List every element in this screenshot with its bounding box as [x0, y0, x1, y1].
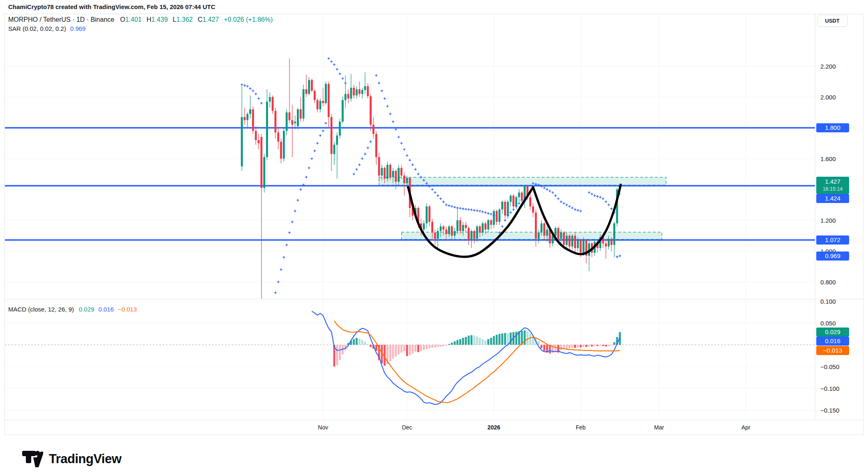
sar-dot	[551, 192, 554, 194]
candle-body	[473, 231, 475, 239]
macd-histogram-bar	[510, 332, 512, 345]
macd-histogram-bar	[468, 336, 470, 345]
sar-dot	[403, 148, 406, 151]
candle-body	[243, 117, 246, 120]
macd-histogram-bar	[339, 345, 341, 360]
candle-body	[289, 113, 291, 120]
macd-histogram-bar	[538, 341, 540, 345]
candle-body	[255, 131, 257, 141]
sar-dot	[330, 60, 333, 63]
sar-dot	[249, 87, 251, 90]
macd-histogram-bar	[560, 345, 562, 350]
candle-body	[440, 226, 442, 231]
macd-histogram-bar	[459, 339, 462, 345]
macd-histogram-bar	[431, 345, 433, 348]
sar-dot	[518, 202, 520, 205]
macd-label: MACD (close, 12, 26, 9)	[8, 306, 74, 313]
macd-histogram-bar	[465, 337, 467, 345]
candle-body	[454, 231, 456, 235]
macd-histogram-bar	[412, 345, 414, 353]
candle-body	[378, 157, 380, 175]
sar-dot	[451, 205, 453, 208]
price-axis-label: 1.200	[820, 217, 857, 224]
macd-histogram-bar	[389, 345, 391, 361]
candle-body	[272, 97, 274, 111]
sar-dot	[409, 159, 411, 162]
sar-legend[interactable]: SAR (0.02, 0.02, 0.2) 0.969	[8, 25, 85, 32]
sar-dot	[400, 142, 403, 145]
sar-dot	[476, 210, 478, 212]
sar-dot	[257, 97, 260, 100]
price-axis-label: 1.600	[820, 155, 857, 162]
candle-body	[577, 240, 579, 248]
sar-dot	[241, 83, 243, 86]
macd-legend[interactable]: MACD (close, 12, 26, 9) 0.0290.016−0.013	[8, 306, 141, 313]
candle-body	[263, 157, 265, 188]
candle-body	[406, 178, 408, 183]
sar-dot	[554, 194, 557, 197]
symbol-title[interactable]: MORPHO / TetherUS · 1D · Binance	[8, 16, 114, 23]
macd-histogram-bar	[426, 345, 428, 349]
candle-body	[342, 100, 344, 122]
sar-dot	[596, 195, 599, 198]
sar-dot	[456, 207, 459, 209]
currency-toggle-button[interactable]: USDT	[817, 15, 847, 27]
macd-histogram-bar	[566, 345, 568, 349]
sar-dot	[383, 97, 386, 100]
sar-dot	[336, 68, 338, 71]
macd-histogram-bar	[608, 345, 610, 346]
high-value: 1.439	[152, 16, 168, 23]
sar-dot	[353, 173, 355, 175]
macd-histogram-bar	[361, 340, 363, 345]
tradingview-logo[interactable]: TradingView	[22, 450, 122, 468]
candle-body	[457, 220, 459, 231]
candle-body	[314, 91, 316, 100]
macd-values: 0.0290.016−0.013	[79, 306, 141, 313]
macd-histogram-bar	[417, 345, 419, 352]
macd-histogram-bar	[395, 345, 397, 357]
macd-histogram-bar	[498, 334, 501, 345]
sar-dot	[442, 201, 445, 203]
sar-dot	[296, 199, 299, 201]
sar-dot	[260, 102, 263, 104]
candle-body	[395, 171, 397, 182]
candle-body	[311, 80, 313, 91]
sar-dot	[381, 90, 383, 92]
macd-histogram-bar	[543, 345, 545, 351]
high-label: H	[147, 16, 152, 23]
sar-dot	[501, 225, 503, 228]
candle-body	[322, 101, 324, 103]
candle-body	[283, 131, 285, 159]
macd-line	[312, 311, 620, 404]
macd-histogram-bar	[358, 339, 361, 345]
candle-body	[375, 134, 377, 157]
sar-dot	[370, 141, 372, 143]
macd-histogram-bar	[443, 345, 445, 346]
sar-dot	[282, 256, 285, 258]
candle-body	[274, 111, 276, 133]
sar-dot	[375, 74, 377, 77]
candle-body	[535, 212, 537, 239]
sar-dot	[467, 208, 470, 211]
macd-legend-value: 0.029	[79, 306, 94, 313]
macd-axis-label: 0.100	[820, 298, 857, 305]
sar-dot	[439, 198, 442, 200]
candle-body	[383, 168, 386, 179]
sar-dot	[546, 188, 548, 191]
candle-body	[563, 233, 565, 245]
time-axis-label: Dec	[402, 424, 412, 431]
macd-histogram-bar	[429, 345, 431, 348]
candle-body	[400, 168, 402, 176]
sar-dot	[378, 82, 380, 84]
candle-body	[498, 210, 501, 222]
macd-axis-label: 0.050	[820, 320, 857, 327]
chart-canvas[interactable]	[0, 0, 868, 473]
candle-body	[370, 96, 372, 125]
attribution-text: ChamiCrypto78 created with TradingView.c…	[8, 3, 215, 10]
candle-body	[286, 113, 288, 131]
candle-body	[448, 226, 450, 234]
macd-histogram-bar	[580, 345, 582, 347]
macd-histogram-bar	[504, 333, 506, 345]
macd-histogram-bar	[605, 345, 607, 346]
candle-body	[574, 236, 576, 248]
